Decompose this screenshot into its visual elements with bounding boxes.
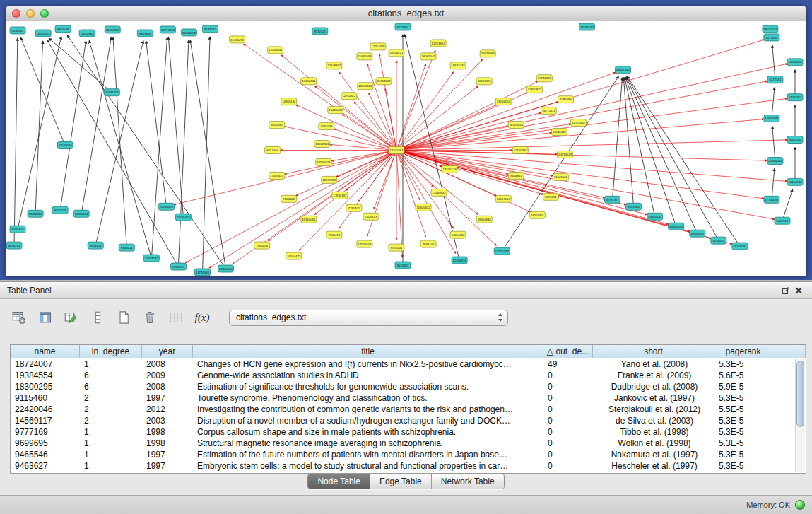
table-cell[interactable]: Disruption of a novel member of a sodium… <box>193 415 543 426</box>
graph-edge[interactable] <box>296 105 394 148</box>
tab-node-table[interactable]: Node Table <box>308 474 370 489</box>
graph-node[interactable]: 7485083 <box>558 96 573 103</box>
graph-edge[interactable] <box>400 40 765 149</box>
column-header-out_de[interactable]: △ out_de... <box>543 345 593 358</box>
table-cell[interactable]: Wolkin et al. (1998) <box>593 438 714 449</box>
graph-edge[interactable] <box>400 81 767 150</box>
graph-node[interactable]: 7635410 <box>326 231 342 238</box>
graph-node[interactable]: 13216123 <box>442 165 457 173</box>
graph-node[interactable]: 18603022 <box>358 83 373 90</box>
new-document-button[interactable] <box>114 308 133 327</box>
graph-node[interactable]: 9245032 <box>711 237 726 244</box>
graph-node[interactable]: 10514623 <box>557 151 572 158</box>
tab-edge-table[interactable]: Edge Table <box>370 474 432 489</box>
table-disabled-button[interactable] <box>167 308 185 327</box>
graph-edge[interactable] <box>400 98 787 150</box>
graph-node[interactable]: 9272341 <box>767 76 783 83</box>
table-row[interactable]: 969969511998Structural magnetic resonanc… <box>11 438 806 449</box>
graph-edge[interactable] <box>398 153 420 200</box>
table-cell[interactable]: 1997 <box>142 392 193 404</box>
graph-node[interactable]: 15958342 <box>764 115 779 122</box>
graph-node[interactable]: 18131042 <box>579 23 594 30</box>
table-cell[interactable]: Corpus callosum shape and size in male p… <box>193 426 543 438</box>
graph-edge[interactable] <box>49 38 109 90</box>
table-cell[interactable]: 9777169 <box>11 426 80 438</box>
table-cell[interactable]: 9115460 <box>11 392 80 404</box>
graph-node[interactable]: 22420046 <box>218 265 234 272</box>
table-cell[interactable]: Estimation of significance thresholds fo… <box>193 381 543 392</box>
function-button[interactable]: f(x) <box>193 308 211 327</box>
table-cell[interactable]: 0 <box>543 415 593 426</box>
graph-node[interactable]: 17052341 <box>301 78 317 85</box>
table-cell[interactable]: 5.3E-5 <box>714 449 772 460</box>
table-columns-button[interactable] <box>36 308 54 327</box>
graph-node[interactable]: 12450332 <box>452 257 467 264</box>
table-cell[interactable]: 5.9E-5 <box>714 381 772 392</box>
graph-node[interactable]: 11740493 <box>230 36 245 43</box>
graph-node[interactable]: 14205134 <box>281 98 297 105</box>
trash-button[interactable] <box>141 308 159 327</box>
graph-edge[interactable] <box>299 153 394 250</box>
graph-node[interactable]: 9699695 <box>137 30 153 37</box>
column-header-pagerank[interactable]: pagerank <box>714 345 772 358</box>
graph-node[interactable]: 9576201 <box>389 244 404 251</box>
memory-status-icon[interactable] <box>795 500 805 510</box>
table-cell[interactable]: Stergiakouli et al. (2012) <box>593 404 714 415</box>
table-cell[interactable]: Tibbo et al. (1998) <box>593 426 714 438</box>
graph-edge[interactable] <box>398 50 435 147</box>
graph-node[interactable]: 19447842 <box>616 66 631 74</box>
table-selector-dropdown[interactable]: citations_edges.txt <box>229 310 508 326</box>
graph-node[interactable]: 18302024 <box>316 158 331 165</box>
graph-edge[interactable] <box>179 40 189 263</box>
table-row[interactable]: 911546021997Tourette syndrome. Phenomeno… <box>11 392 806 404</box>
graph-node[interactable]: 8870213 <box>6 242 22 249</box>
graph-node[interactable]: 11645033 <box>357 53 372 60</box>
table-cell[interactable]: 0 <box>543 392 593 404</box>
graph-node[interactable]: 9654951 <box>508 172 524 179</box>
table-cell[interactable]: 5.3E-5 <box>714 426 772 438</box>
close-window-button[interactable] <box>12 9 20 18</box>
table-cell[interactable]: 0 <box>543 426 593 438</box>
graph-node[interactable]: 17053141 <box>143 255 159 262</box>
table-cell[interactable]: 1 <box>80 438 142 449</box>
graph-node[interactable]: 16791972 <box>604 196 620 203</box>
graph-edge[interactable] <box>396 153 402 257</box>
table-cell[interactable]: 0 <box>543 438 593 449</box>
table-cell[interactable]: 9463627 <box>11 460 80 472</box>
graph-edge[interactable] <box>400 151 767 161</box>
table-cell[interactable]: 6 <box>80 381 142 392</box>
graph-node[interactable]: 13582341 <box>314 141 330 148</box>
column-header-short[interactable]: short <box>593 345 714 358</box>
graph-node[interactable]: 16420043 <box>328 107 343 114</box>
graph-edge[interactable] <box>613 78 623 197</box>
graph-node[interactable]: 8051342 <box>269 122 285 129</box>
graph-node[interactable]: 15345412 <box>416 204 431 211</box>
graph-node[interactable]: 17834132 <box>332 192 348 199</box>
graph-edge[interactable] <box>89 41 151 255</box>
graph-node[interactable]: 18414032 <box>181 29 196 36</box>
graph-edge[interactable] <box>400 64 787 149</box>
graph-edge[interactable] <box>772 88 775 115</box>
graph-node[interactable]: 16065041 <box>420 53 436 60</box>
graph-node[interactable]: 15149632 <box>431 189 447 196</box>
table-cell[interactable]: 5.3E-5 <box>714 392 772 404</box>
graph-node[interactable]: 9280341 <box>10 27 25 34</box>
table-row[interactable]: 946554611997Estimation of the future num… <box>11 449 806 460</box>
graph-node[interactable]: 9213404 <box>265 147 281 154</box>
graph-node[interactable]: 10942052 <box>690 230 705 237</box>
graph-node[interactable]: 9115460 <box>626 203 642 210</box>
table-cell[interactable]: Yano et al. (2008) <box>593 358 714 370</box>
graph-node[interactable]: 16042432 <box>551 129 567 136</box>
graph-edge[interactable] <box>113 37 126 244</box>
graph-node[interactable]: 7625404 <box>254 242 270 249</box>
graph-edge[interactable] <box>67 35 223 266</box>
table-cell[interactable]: 1 <box>80 460 142 472</box>
graph-edge[interactable] <box>18 37 61 226</box>
table-cell[interactable]: 2009 <box>142 370 193 381</box>
table-row[interactable]: 977716911998Corpus callosum shape and si… <box>11 426 806 438</box>
table-cell[interactable]: 5.3E-5 <box>714 415 772 426</box>
graph-edge[interactable] <box>358 153 394 201</box>
graph-node[interactable]: 18340541 <box>647 213 663 220</box>
graph-edge[interactable] <box>190 40 225 265</box>
scrollbar-thumb[interactable] <box>796 361 804 427</box>
